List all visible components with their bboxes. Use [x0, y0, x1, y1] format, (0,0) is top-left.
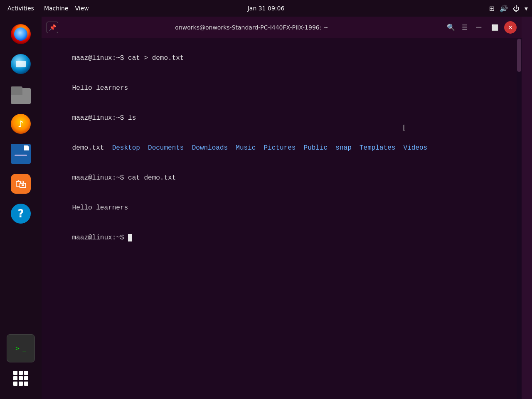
- scrollbar-thumb[interactable]: [517, 39, 521, 72]
- ls-dir-snap: snap: [335, 144, 360, 152]
- show-applications-button[interactable]: [7, 364, 35, 392]
- term-line-6: Hello learners: [48, 193, 515, 223]
- terminal-dock-icon: > _: [7, 334, 35, 362]
- dock-item-writer[interactable]: [7, 140, 35, 168]
- restore-button[interactable]: ⬜: [488, 21, 501, 34]
- terminal-content[interactable]: maaz@linux:~$ cat > demo.txt Hello learn…: [42, 38, 522, 399]
- terminal-window: 📌 onworks@onworks-Standard-PC-I440FX-PII…: [42, 17, 522, 399]
- hamburger-menu-button[interactable]: ☰: [460, 22, 469, 33]
- term-line-1: maaz@linux:~$ cat > demo.txt: [48, 43, 515, 73]
- output-2: Hello learners: [72, 204, 128, 212]
- terminal-menu[interactable]: Machine: [44, 5, 69, 12]
- close-button[interactable]: ✕: [504, 21, 517, 34]
- minimize-button[interactable]: ─: [473, 21, 485, 34]
- dock-item-thunderbird[interactable]: [7, 50, 35, 78]
- activities-button[interactable]: Activities: [4, 0, 37, 17]
- ls-dir-documents: Documents: [148, 144, 192, 152]
- view-menu-label: View: [75, 5, 89, 12]
- term-line-7: maaz@linux:~$: [48, 223, 515, 253]
- topbar-left: Activities Machine View: [4, 0, 89, 17]
- prompt-1: maaz@linux:~$: [72, 54, 128, 62]
- dock-item-rhythmbox[interactable]: ♪: [7, 110, 35, 138]
- power-icon[interactable]: ⏻: [513, 5, 520, 12]
- ls-dir-pictures: Pictures: [264, 144, 304, 152]
- ls-dir-templates: Templates: [360, 144, 404, 152]
- prompt-3: maaz@linux:~$: [72, 174, 128, 182]
- cmd-2: ls: [128, 114, 136, 122]
- ls-file-plain: demo.txt: [72, 144, 112, 152]
- view-menu[interactable]: View: [75, 5, 89, 12]
- terminal-menu-label: Machine: [44, 5, 69, 12]
- pin-button[interactable]: 📌: [47, 22, 58, 33]
- dock-item-terminal[interactable]: > _: [7, 334, 35, 362]
- system-menu-icon[interactable]: ▾: [525, 5, 528, 12]
- output-1: Hello learners: [72, 84, 128, 92]
- grid-icon: [13, 371, 28, 386]
- prompt-4: maaz@linux:~$: [72, 234, 128, 241]
- search-button[interactable]: 🔍: [445, 22, 457, 33]
- cursor: [128, 234, 132, 241]
- topbar-datetime: Jan 31 09:06: [248, 5, 285, 12]
- topbar: Activities Machine View Jan 31 09:06 ⊞ 🔊…: [0, 0, 532, 17]
- terminal-titlebar: 📌 onworks@onworks-Standard-PC-I440FX-PII…: [42, 17, 522, 38]
- dock: ♪ 🛍 ? > _: [0, 17, 42, 399]
- titlebar-right: 🔍 ☰ ─ ⬜ ✕: [445, 21, 517, 34]
- cmd-3: cat demo.txt: [128, 174, 176, 182]
- titlebar-left: 📌: [47, 22, 58, 33]
- term-line-3: maaz@linux:~$ ls: [48, 103, 515, 133]
- ls-dir-public: Public: [304, 144, 336, 152]
- term-line-4: demo.txt Desktop Documents Downloads Mus…: [48, 133, 515, 163]
- prompt-2: maaz@linux:~$: [72, 114, 128, 122]
- dock-item-help[interactable]: ?: [7, 200, 35, 228]
- dock-item-firefox[interactable]: [7, 20, 35, 48]
- term-line-5: maaz@linux:~$ cat demo.txt: [48, 163, 515, 193]
- i-beam-cursor: I: [402, 121, 405, 134]
- ls-dir-downloads: Downloads: [192, 144, 236, 152]
- scrollbar[interactable]: [517, 38, 522, 399]
- dock-item-files[interactable]: [7, 80, 35, 108]
- volume-icon[interactable]: 🔊: [500, 5, 508, 12]
- titlebar-title: onworks@onworks-Standard-PC-I440FX-PIIX-…: [175, 24, 328, 31]
- cmd-1: cat > demo.txt: [128, 54, 184, 62]
- dock-item-appstore[interactable]: 🛍: [7, 170, 35, 198]
- term-line-2: Hello learners: [48, 73, 515, 103]
- ls-dir-desktop: Desktop: [112, 144, 148, 152]
- ls-dir-music: Music: [236, 144, 264, 152]
- network-icon[interactable]: ⊞: [489, 5, 495, 12]
- ls-dir-videos: Videos: [404, 144, 428, 152]
- topbar-right: ⊞ 🔊 ⏻ ▾: [489, 5, 528, 12]
